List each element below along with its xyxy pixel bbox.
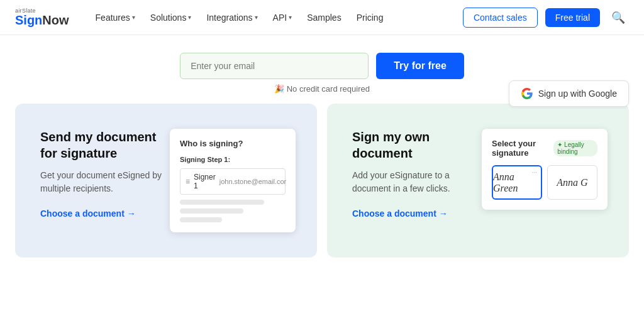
card1-text: Send my document for signature Get your …: [40, 129, 169, 219]
sig-option-1[interactable]: ··· Anna Green: [492, 165, 542, 200]
card1-visual: Who is signing? Signing Step 1: ≡ Signer…: [169, 129, 297, 232]
chevron-down-icon: ▾: [188, 14, 191, 21]
card2-text: Sign my own document Add your eSignature…: [352, 129, 480, 219]
card1-title: Send my document for signature: [40, 129, 169, 161]
logo-bottom-text: SignNow: [15, 14, 69, 26]
card1-desc: Get your document eSigned by multiple re…: [40, 169, 169, 195]
nav-right: Contact sales Free trial 🔍: [463, 7, 629, 28]
no-credit-text: 🎉 No credit card required: [274, 84, 370, 94]
sign-own-card: Sign my own document Add your eSignature…: [327, 104, 629, 257]
signing-mockup: Who is signing? Signing Step 1: ≡ Signer…: [170, 129, 296, 232]
placeholder-line: [180, 217, 222, 222]
signing-step-label: Signing Step 1:: [180, 156, 286, 163]
card2-title: Sign my own document: [352, 129, 480, 161]
chevron-down-icon: ▾: [132, 14, 135, 21]
cards-section: Send my document for signature Get your …: [0, 104, 644, 273]
card2-link[interactable]: Choose a document →: [352, 208, 448, 219]
sig-cursive-2: Anna G: [557, 177, 587, 188]
drag-icon: ≡: [186, 177, 190, 186]
legally-binding-badge: ✦ Legally binding: [553, 140, 597, 156]
try-free-button[interactable]: Try for free: [376, 53, 464, 79]
signature-mockup: Select your signature ✦ Legally binding …: [482, 129, 608, 210]
search-icon: 🔍: [611, 11, 625, 24]
card2-visual: Select your signature ✦ Legally binding …: [480, 129, 609, 210]
nav-item-features[interactable]: Features ▾: [89, 8, 142, 28]
placeholder-line: [180, 200, 264, 205]
nav-links: Features ▾ Solutions ▾ Integrations ▾ AP…: [89, 8, 463, 28]
hero-section: Try for free 🎉 No credit card required S…: [0, 35, 644, 104]
nav-item-pricing[interactable]: Pricing: [350, 8, 390, 28]
nav-item-samples[interactable]: Samples: [301, 8, 347, 28]
sig-card-title: Select your signature: [492, 139, 553, 158]
send-signature-card: Send my document for signature Get your …: [15, 104, 317, 257]
signer-email: john.stone@email.cor: [219, 178, 287, 185]
chevron-down-icon: ▾: [289, 14, 292, 21]
email-input[interactable]: [180, 53, 369, 79]
google-icon: [521, 87, 533, 100]
logo[interactable]: airSlate SignNow: [15, 8, 69, 26]
card2-desc: Add your eSignature to a document in a f…: [352, 169, 480, 195]
free-trial-button[interactable]: Free trial: [545, 8, 600, 27]
google-signup-button[interactable]: Sign up with Google: [509, 80, 629, 107]
nav-item-api[interactable]: API ▾: [267, 8, 299, 28]
navbar: airSlate SignNow Features ▾ Solutions ▾ …: [0, 0, 644, 35]
chevron-down-icon: ▾: [255, 14, 258, 21]
contact-sales-button[interactable]: Contact sales: [463, 8, 538, 28]
nav-item-solutions[interactable]: Solutions ▾: [144, 8, 198, 28]
sig-card-header: Select your signature ✦ Legally binding: [492, 139, 597, 158]
signer-row: ≡ Signer 1 john.stone@email.cor: [180, 168, 286, 195]
google-signup-label: Sign up with Google: [538, 89, 617, 99]
signer-name: Signer 1: [194, 173, 216, 190]
card1-link[interactable]: Choose a document →: [40, 208, 136, 219]
search-button[interactable]: 🔍: [608, 7, 629, 28]
more-icon: ···: [532, 169, 537, 176]
sig-options: ··· Anna Green Anna G: [492, 165, 597, 200]
placeholder-line: [180, 208, 243, 214]
sig-option-2[interactable]: Anna G: [547, 165, 597, 200]
nav-item-integrations[interactable]: Integrations ▾: [200, 8, 264, 28]
signing-card-title: Who is signing?: [180, 139, 286, 148]
placeholder-lines: [180, 200, 286, 222]
